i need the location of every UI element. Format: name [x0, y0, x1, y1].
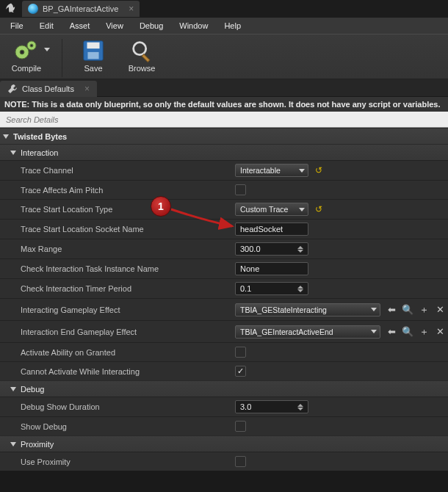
- category-twisted-bytes[interactable]: Twisted Bytes: [0, 128, 448, 144]
- check-timer-period-input[interactable]: 0.1: [235, 282, 308, 295]
- spinner-icon[interactable]: [297, 404, 303, 410]
- browse-asset-icon[interactable]: 🔍: [402, 327, 413, 337]
- row-check-task-instance-name: Check Interaction Task Instance Name Non…: [0, 258, 448, 278]
- debug-show-duration-input[interactable]: 3.0: [235, 400, 308, 413]
- use-selected-icon[interactable]: ⬅: [386, 305, 397, 315]
- prop-label: Trace Affects Aim Pitch: [21, 186, 235, 195]
- prop-label: Use Proximity: [21, 457, 235, 466]
- search-input[interactable]: [0, 115, 448, 124]
- dropdown-value: TBIA_GEStateInteracting: [240, 305, 327, 314]
- row-check-timer-period: Check Interaction Timer Period 0.1: [0, 278, 448, 298]
- input-value: 300.0: [240, 245, 261, 253]
- svg-rect-8: [142, 54, 150, 62]
- menu-help[interactable]: Help: [217, 19, 248, 32]
- subcategory-label: Proximity: [21, 440, 54, 449]
- reset-to-default-icon[interactable]: ↺: [314, 205, 323, 214]
- show-debug-checkbox[interactable]: [235, 421, 246, 432]
- subcategory-interaction[interactable]: Interaction: [0, 144, 448, 160]
- trace-start-location-type-dropdown[interactable]: Custom Trace: [235, 203, 308, 216]
- row-trace-start-socket-name: Trace Start Location Socket Name headSoc…: [0, 219, 448, 239]
- row-trace-affects-aim-pitch: Trace Affects Aim Pitch: [0, 180, 448, 199]
- blueprint-icon: [28, 4, 38, 14]
- document-tab-title: BP_GAInteractActive: [43, 4, 118, 13]
- chevron-down-icon[interactable]: [44, 48, 50, 51]
- row-show-debug: Show Debug: [0, 416, 448, 435]
- trace-affects-aim-pitch-checkbox[interactable]: [235, 184, 246, 195]
- category-label: Twisted Bytes: [13, 132, 67, 141]
- debug-properties: Debug Show Duration 3.0 Show Debug: [0, 397, 448, 435]
- interaction-properties: Trace Channel Interactable ↺ Trace Affec…: [0, 160, 448, 380]
- svg-rect-5: [87, 43, 100, 48]
- expand-icon: [10, 387, 16, 391]
- menu-asset[interactable]: Asset: [62, 19, 98, 32]
- asset-tools: ⬅ 🔍 ＋ ✕: [386, 305, 445, 315]
- prop-label: Max Range: [21, 245, 235, 253]
- details-panel-tabrow: Class Defaults ×: [0, 79, 448, 97]
- close-icon[interactable]: ×: [84, 84, 90, 94]
- use-proximity-checkbox[interactable]: [235, 456, 246, 467]
- cannot-activate-while-checkbox[interactable]: [235, 366, 246, 377]
- dropdown-value: Custom Trace: [240, 205, 288, 214]
- save-label: Save: [84, 64, 102, 73]
- row-use-proximity: Use Proximity: [0, 452, 448, 471]
- clear-icon[interactable]: ✕: [435, 327, 445, 337]
- check-task-instance-input[interactable]: None: [235, 262, 308, 275]
- gears-icon: [12, 37, 41, 64]
- svg-rect-6: [87, 52, 98, 59]
- menu-view[interactable]: View: [98, 19, 131, 32]
- browse-button[interactable]: Browse: [124, 37, 159, 73]
- details-search[interactable]: [0, 112, 448, 128]
- asset-tools: ⬅ 🔍 ＋ ✕: [386, 327, 445, 337]
- expand-icon: [3, 134, 9, 139]
- wrench-icon: [7, 84, 18, 94]
- trace-channel-dropdown[interactable]: Interactable: [235, 164, 308, 177]
- add-icon[interactable]: ＋: [419, 327, 429, 337]
- chevron-down-icon: [299, 169, 305, 173]
- prop-label: Check Interaction Task Instance Name: [21, 264, 235, 273]
- interaction-end-effect-dropdown[interactable]: TBIA_GEInteractActiveEnd: [235, 325, 380, 339]
- window-titlebar: BP_GAInteractActive ×: [0, 0, 448, 18]
- interacting-effect-dropdown[interactable]: TBIA_GEStateInteracting: [235, 303, 380, 316]
- menu-bar: File Edit Asset View Debug Window Help: [0, 18, 448, 34]
- activate-on-granted-checkbox[interactable]: [235, 347, 246, 358]
- save-button[interactable]: Save: [76, 37, 111, 73]
- spinner-icon[interactable]: [297, 246, 303, 253]
- menu-window[interactable]: Window: [172, 19, 215, 32]
- compile-button[interactable]: Compile: [4, 37, 48, 73]
- input-value: None: [240, 264, 259, 273]
- row-max-range: Max Range 300.0: [0, 239, 448, 258]
- row-debug-show-duration: Debug Show Duration 3.0: [0, 397, 448, 416]
- menu-file[interactable]: File: [3, 19, 31, 32]
- trace-start-socket-input[interactable]: headSocket: [235, 223, 308, 236]
- menu-debug[interactable]: Debug: [132, 19, 170, 32]
- subcategory-debug[interactable]: Debug: [0, 380, 448, 397]
- input-value: 0.1: [240, 284, 251, 293]
- prop-label: Activate Ability on Granted: [21, 348, 235, 357]
- use-selected-icon[interactable]: ⬅: [386, 327, 397, 337]
- row-interaction-end-gameplay-effect: Interaction End Gameplay Effect TBIA_GEI…: [0, 320, 448, 342]
- max-range-input[interactable]: 300.0: [235, 242, 308, 256]
- clear-icon[interactable]: ✕: [435, 305, 445, 315]
- browse-label: Browse: [129, 64, 156, 73]
- close-icon[interactable]: ×: [129, 4, 134, 14]
- spinner-icon[interactable]: [297, 286, 303, 292]
- subcategory-proximity[interactable]: Proximity: [0, 435, 448, 452]
- annotation-callout-1: 1: [151, 196, 171, 217]
- dropdown-value: TBIA_GEInteractActiveEnd: [240, 328, 333, 336]
- compile-label: Compile: [12, 64, 41, 73]
- class-defaults-tab[interactable]: Class Defaults ×: [0, 81, 97, 97]
- menu-edit[interactable]: Edit: [32, 19, 61, 32]
- row-interacting-gameplay-effect: Interacting Gameplay Effect TBIA_GEState…: [0, 298, 448, 320]
- document-tab[interactable]: BP_GAInteractActive ×: [22, 1, 140, 17]
- data-only-blueprint-note: NOTE: This is a data only blueprint, so …: [0, 97, 448, 112]
- prop-label: Interacting Gameplay Effect: [21, 305, 235, 314]
- svg-point-3: [30, 44, 33, 47]
- dropdown-value: Interactable: [240, 166, 281, 175]
- subcategory-label: Debug: [21, 385, 44, 394]
- browse-asset-icon[interactable]: 🔍: [402, 305, 413, 315]
- prop-label: Cannot Activate While Interacting: [21, 367, 235, 376]
- class-defaults-label: Class Defaults: [22, 84, 74, 93]
- reset-to-default-icon[interactable]: ↺: [314, 166, 323, 175]
- add-icon[interactable]: ＋: [419, 305, 429, 315]
- svg-point-7: [134, 43, 146, 55]
